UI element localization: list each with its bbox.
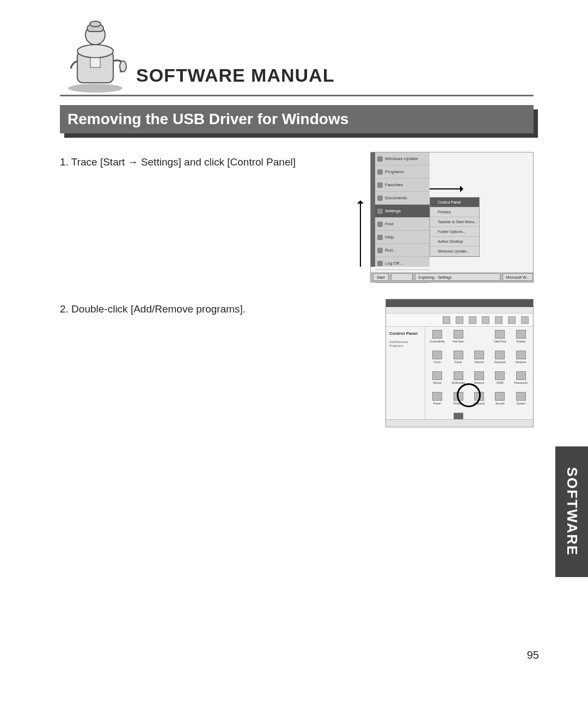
step-2-row: 2. Double-click [Add/Remove programs]. C… (60, 299, 534, 427)
sidebar-title: Control Panel (389, 331, 421, 336)
start-menu-column: Windows Update Programs Favorites Docume… (375, 152, 430, 267)
control-panel-icons: Accessibility Add New Date/Time Display … (425, 327, 533, 419)
toolbar-icon (508, 316, 516, 324)
header: SOFTWARE MANUAL (60, 17, 534, 96)
menu-item: Favorites (385, 182, 403, 187)
toolbar-icon (469, 316, 476, 324)
window-toolbar (386, 314, 533, 327)
menu-item: Run... (385, 248, 396, 253)
highlight-circle-icon (457, 383, 481, 407)
svg-point-2 (77, 45, 113, 58)
submenu-item: Active Desktop (438, 240, 463, 243)
start-button: Start (373, 273, 389, 281)
step-2-text: 2. Double-click [Add/Remove programs]. (60, 299, 370, 316)
cp-icon: Fonts (428, 351, 446, 369)
cp-icon: System (512, 392, 530, 410)
submenu-control-panel: Control Panel (438, 200, 461, 204)
menu-item-settings: Settings (385, 209, 401, 213)
menu-item: Windows Update (385, 156, 418, 161)
cp-icon: Display (512, 330, 530, 348)
cp-icon: Accessibility (428, 330, 446, 348)
cp-icon: Power (428, 392, 446, 410)
window-titlebar (386, 299, 533, 307)
cp-icon: Add New (449, 330, 467, 348)
sidebar-subtitle: Add/Remove Programs (389, 340, 421, 348)
toolbar-icon (443, 316, 450, 324)
arrow-right-icon (430, 188, 462, 189)
cp-icon: Sounds (491, 392, 509, 410)
cp-icon: Passwords (512, 371, 530, 390)
menu-item: Find (385, 222, 394, 226)
submenu-item: Taskbar & Start Menu... (438, 220, 477, 224)
cp-icon: Internet (470, 351, 488, 369)
step-1-text: 1. Trace [Start → Settings] and click [C… (60, 152, 370, 169)
taskbar-item: Microsoft W... (503, 273, 533, 281)
toolbar-icon (456, 316, 463, 324)
cp-icon: ODBC (491, 371, 509, 390)
toolbar-icon (521, 316, 529, 324)
page: SOFTWARE MANUAL Removing the USB Driver … (0, 0, 588, 705)
svg-point-6 (90, 21, 101, 27)
cp-icon: Date/Time (491, 330, 509, 348)
menu-item: Documents (385, 195, 407, 200)
submenu-item: Folder Options... (438, 230, 466, 234)
menu-item: Help (385, 235, 394, 240)
screenshot-control-panel: Control Panel Add/Remove Programs Access… (385, 299, 534, 427)
cp-icon: Keyboard (491, 351, 509, 369)
mascot-illustration (60, 17, 131, 94)
section-tab: SOFTWARE (555, 446, 588, 577)
window-statusbar (386, 419, 533, 427)
taskbar-item: Exploring - Settings (415, 273, 500, 281)
step-1-row: 1. Trace [Start → Settings] and click [C… (60, 152, 534, 283)
toolbar-icon (482, 316, 489, 324)
taskbar-tray (391, 273, 413, 281)
menu-item: Log Off... (385, 261, 403, 266)
arrow-up-icon (360, 201, 361, 267)
cp-icon: Game (449, 351, 467, 369)
window-menubar (386, 307, 533, 314)
svg-point-0 (68, 84, 122, 93)
section-heading-text: Removing the USB Driver for Windows (60, 105, 534, 133)
cp-icon: Mouse (428, 371, 446, 390)
taskbar: Start Exploring - Settings Microsoft W..… (371, 272, 533, 282)
screenshot-start-menu: Windows Update Programs Favorites Docume… (370, 152, 534, 283)
section-heading: Removing the USB Driver for Windows (60, 105, 534, 133)
submenu-item: Windows Update... (438, 249, 470, 253)
svg-rect-3 (90, 58, 100, 68)
page-number: 95 (527, 649, 539, 661)
settings-submenu: Control Panel Printers Taskbar & Start M… (430, 197, 480, 257)
submenu-item: Printers (438, 210, 451, 214)
cp-icon: Modems (512, 351, 530, 369)
control-panel-sidebar: Control Panel Add/Remove Programs (386, 327, 425, 419)
svg-point-7 (120, 61, 126, 72)
toolbar-icon (495, 316, 503, 324)
menu-item: Programs (385, 169, 404, 174)
document-title: SOFTWARE MANUAL (136, 65, 334, 94)
